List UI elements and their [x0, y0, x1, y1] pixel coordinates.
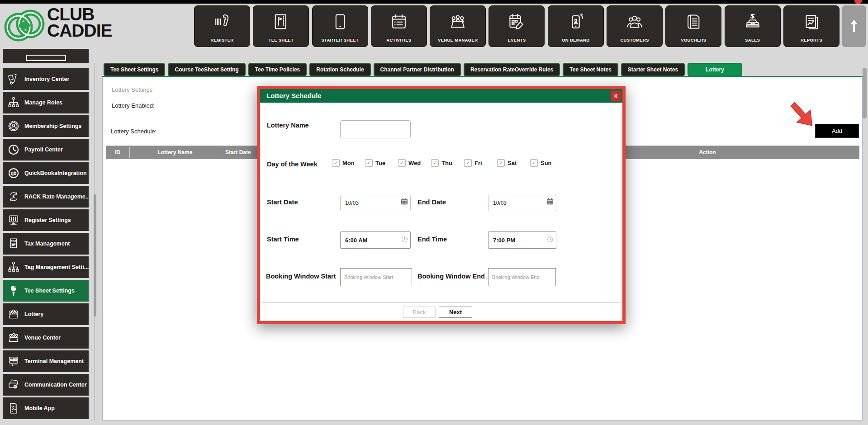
booking-window-end-label: Booking Window End: [417, 273, 485, 280]
modal-title: Lottery Schedule: [266, 92, 322, 99]
nav-button-on-demand[interactable]: ON DEMAND: [548, 5, 604, 47]
sidebar-item-manage-roles[interactable]: Manage Roles: [3, 92, 89, 113]
end-time-input[interactable]: [488, 231, 556, 249]
sidebar-item-label: QuickBooksIntegration: [24, 170, 87, 176]
nav-button-customers[interactable]: CUSTOMERS: [607, 5, 663, 47]
day-checkbox-label: Fri: [474, 160, 482, 166]
sidebar-item-register-settings[interactable]: Register Settings: [3, 209, 89, 231]
day-checkbox-label: Mon: [342, 160, 355, 166]
sidebar-item-tag-management-setti[interactable]: Tag Management Setti...: [3, 256, 89, 278]
sidebar-item-label: Mobile App: [24, 405, 55, 411]
tab-starter-sheet-notes[interactable]: Starter Sheet Notes: [621, 63, 685, 76]
start-time-label: Start Time: [267, 236, 299, 243]
report-doc-icon: [802, 6, 821, 38]
tab-tee-time-policies[interactable]: Tee Time Policies: [248, 63, 307, 76]
tab-course-teesheet-setting[interactable]: Course TeeSheet Setting: [168, 63, 245, 76]
clock-icon[interactable]: [547, 236, 554, 245]
modal-footer-divider: [260, 302, 622, 303]
venue-people-icon: [3, 331, 24, 344]
sidebar-item-label: Tee Sheet Settings: [24, 288, 75, 294]
sidebar-item-rack-rate-manageme[interactable]: $RACK Rate Manageme...: [3, 186, 89, 208]
sidebar-item-payroll-center[interactable]: Payroll Center: [3, 139, 89, 161]
day-wed: ✓Wed: [398, 159, 431, 167]
back-button[interactable]: Back: [403, 307, 436, 318]
nav-button-sales[interactable]: SALES: [725, 5, 781, 47]
day-mon-checkbox[interactable]: ✓: [332, 159, 340, 167]
sidebar-item-tee-sheet-settings[interactable]: Tee Sheet Settings: [3, 280, 89, 302]
tab-tee-sheet-notes[interactable]: Tee Sheet Notes: [563, 63, 618, 76]
add-button[interactable]: Add: [815, 124, 859, 138]
day-of-week-label: Day of the Week: [267, 161, 318, 168]
day-thu: ✓Thu: [431, 159, 464, 167]
day-fri-checkbox[interactable]: ✓: [464, 159, 472, 167]
sidebar-item-mobile-app[interactable]: Mobile App: [3, 397, 89, 419]
tab-lottery[interactable]: Lottery: [688, 63, 742, 76]
day-thu-checkbox[interactable]: ✓: [431, 159, 439, 167]
brand-line1: CLUB: [47, 6, 112, 23]
clock-icon[interactable]: [401, 236, 408, 245]
sidebar-item-label: Register Settings: [24, 217, 71, 223]
sidebar-item-lottery[interactable]: Lottery: [3, 303, 89, 325]
club-caddie-window: CLUB CADDIE Bushwood Golf Club REGISTERT…: [0, 0, 868, 425]
sidebar-item-label: Tax Management: [24, 241, 70, 247]
monitor-sliders-icon: [3, 214, 24, 227]
start-time-input[interactable]: [340, 231, 411, 249]
nav-button-events[interactable]: EVENTS: [489, 5, 545, 47]
start-date-label: Start Date: [267, 198, 298, 206]
brand-line2: CADDIE: [47, 23, 112, 39]
calendar-list-icon: [390, 6, 408, 38]
nav-button-register[interactable]: REGISTER: [194, 5, 250, 47]
end-date-label: End Date: [417, 198, 446, 206]
server-stack-icon: [3, 355, 24, 368]
nav-button-venue-manager[interactable]: VENUE MANAGER: [430, 5, 486, 47]
day-sat-checkbox[interactable]: ✓: [497, 159, 505, 167]
nav-button-tee-sheet[interactable]: TEE SHEET: [253, 5, 309, 47]
sidebar-item-partial[interactable]: [3, 49, 89, 63]
tab-tee-sheet-settings[interactable]: Tee Sheet Settings: [104, 63, 165, 76]
comm-cards-icon: $: [3, 378, 24, 391]
nav-button-activities[interactable]: ACTIVITIES: [371, 5, 427, 47]
sidebar-item-inventory-center[interactable]: Inventory Center: [3, 68, 89, 90]
booking-window-end-input[interactable]: [488, 268, 556, 286]
day-tue-checkbox[interactable]: ✓: [365, 159, 373, 167]
lottery-name-label: Lottery Name: [267, 122, 309, 129]
day-wed-checkbox[interactable]: ✓: [398, 159, 406, 167]
settings-tab-bar: Tee Sheet SettingsCourse TeeSheet Settin…: [104, 63, 742, 76]
nav-button-vouchers[interactable]: VOUCHERS: [665, 5, 721, 47]
col-header-id: ID: [106, 146, 129, 159]
day-fri: ✓Fri: [464, 159, 497, 167]
sidebar-scrollbar-thumb[interactable]: [94, 194, 96, 316]
tab-reservation-rateoverride-rules[interactable]: Reservation RateOverride Rules: [464, 63, 560, 76]
booking-window-start-input[interactable]: [340, 268, 412, 286]
tab-rotation-schedule[interactable]: Rotation Schedule: [309, 63, 370, 76]
people-group-icon: [626, 6, 644, 38]
tablet-icon: [331, 6, 349, 38]
sidebar-item-communication-center[interactable]: $Communication Center: [3, 374, 89, 396]
sidebar-item-venue-center[interactable]: Venue Center: [3, 327, 89, 349]
calendar-icon[interactable]: [546, 198, 554, 208]
add-button-label: Add: [832, 128, 842, 134]
scroll-up-button[interactable]: [842, 5, 866, 47]
sidebar-item-tax-management[interactable]: TAXTax Management: [3, 233, 89, 255]
nav-button-reports[interactable]: REPORTS: [783, 5, 840, 47]
calendar-icon[interactable]: [400, 198, 408, 208]
sidebar-item-label: Tag Management Setti...: [24, 264, 89, 270]
tab-channel-partner-distribution[interactable]: Channel Partner Distribution: [374, 63, 461, 76]
sidebar-item-quickbooksintegration[interactable]: qbQuickBooksIntegration: [3, 162, 89, 184]
nav-button-label: STARTER SHEET: [321, 38, 358, 47]
day-sun-checkbox[interactable]: ✓: [530, 159, 538, 167]
sidebar-item-label: Terminal Management: [24, 358, 84, 364]
next-button[interactable]: Next: [439, 307, 472, 318]
sidebar-item-membership-settings[interactable]: Membership Settings: [3, 115, 89, 137]
sidebar-item-terminal-management[interactable]: Terminal Management: [3, 350, 89, 372]
calendar-pencil-icon: [508, 6, 526, 38]
lottery-name-input[interactable]: [340, 120, 411, 138]
golf-tee-icon: [3, 284, 24, 297]
nav-button-starter-sheet[interactable]: STARTER SHEET: [312, 5, 368, 47]
day-checkbox-label: Sat: [508, 160, 517, 166]
close-button[interactable]: X: [611, 91, 621, 101]
nav-button-label: REGISTER: [211, 38, 234, 47]
day-checkbox-label: Tue: [375, 160, 385, 166]
barcode-scanner-icon: [213, 6, 231, 38]
content-scrollbar-thumb[interactable]: [863, 68, 867, 118]
